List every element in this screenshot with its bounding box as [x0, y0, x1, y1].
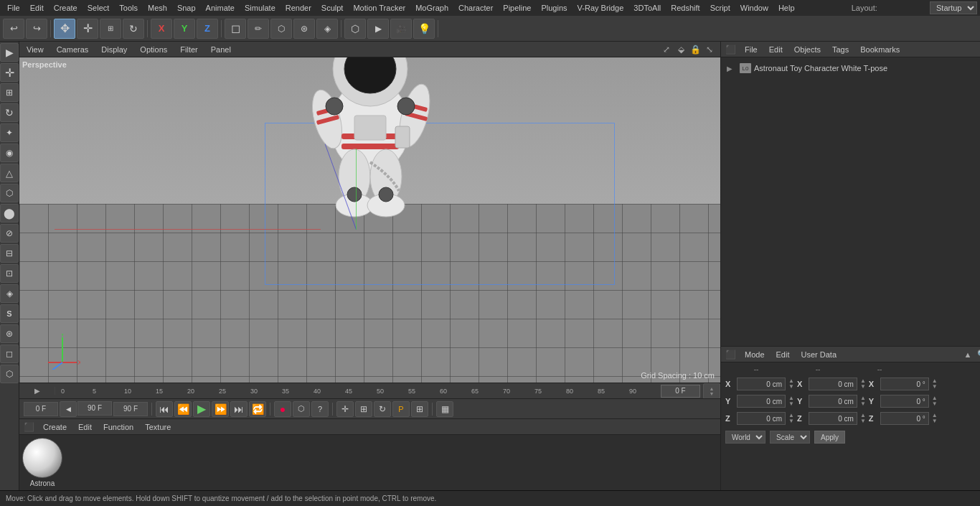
coord-x2-input[interactable] — [809, 378, 857, 390]
sidebar-tool-4[interactable]: ↻ — [0, 103, 19, 122]
menu-mograph[interactable]: MoGraph — [411, 2, 453, 14]
coord-y3-input[interactable] — [880, 395, 929, 408]
vp-menu-panel[interactable]: Panel — [208, 44, 234, 55]
vp-icon-lock[interactable]: 🔒 — [689, 43, 702, 56]
render-region-button[interactable]: ▦ — [436, 401, 453, 417]
sidebar-tool-9[interactable]: ⬤ — [0, 204, 19, 222]
live-select-button[interactable]: ◈ — [316, 19, 338, 39]
coord-x1-arrows[interactable]: ▲▼ — [788, 378, 794, 390]
sidebar-tool-3[interactable]: ⊞ — [0, 83, 19, 102]
world-dropdown[interactable]: World — [725, 431, 765, 444]
coord-z1-arrows[interactable]: ▲▼ — [788, 413, 794, 424]
vp-menu-view[interactable]: View — [24, 44, 47, 55]
vp-icon-grid[interactable]: ⬙ — [674, 43, 687, 56]
sidebar-tool-12[interactable]: ⊡ — [0, 264, 19, 283]
vp-icon-arrows[interactable]: ⤢ — [660, 43, 673, 56]
move-tool-button[interactable]: ✛ — [77, 19, 98, 39]
polygon-mode-button[interactable]: ⊛ — [293, 19, 315, 39]
scale-dropdown[interactable]: Scale — [770, 431, 810, 444]
scale-key-button[interactable]: ⊞ — [355, 401, 372, 417]
coord-z1-input[interactable] — [737, 412, 786, 425]
vp-menu-cameras[interactable]: Cameras — [54, 44, 92, 55]
camera-button[interactable]: 🎥 — [390, 19, 412, 39]
grid-key-button[interactable]: ⊞ — [411, 401, 428, 417]
coord-y1-arrows[interactable]: ▲▼ — [788, 395, 794, 407]
object-mode-button[interactable]: ◻ — [225, 19, 246, 39]
menu-character[interactable]: Character — [454, 2, 497, 14]
translate-key-button[interactable]: ✛ — [336, 401, 354, 417]
jump-to-start-button[interactable]: ⏮ — [156, 401, 173, 417]
sidebar-tool-17[interactable]: ⬡ — [0, 365, 19, 383]
sidebar-tool-7[interactable]: △ — [0, 164, 19, 182]
vp-menu-options[interactable]: Options — [137, 44, 170, 55]
menu-tools[interactable]: Tools — [115, 2, 142, 14]
sidebar-tool-2[interactable]: ✛ — [0, 63, 19, 82]
material-item-astrona[interactable]: Astrona — [22, 438, 62, 487]
timeline-frame-up-down[interactable]: ▲▼ — [703, 383, 720, 399]
attributes-menu-edit[interactable]: Edit — [773, 349, 793, 360]
menu-select[interactable]: Select — [83, 2, 114, 14]
loop-button[interactable]: 🔁 — [249, 401, 266, 417]
apply-button[interactable]: Apply — [814, 431, 845, 444]
material-menu-create[interactable]: Create — [40, 421, 70, 433]
menu-help[interactable]: Help — [774, 2, 799, 14]
coord-x3-arrows[interactable]: ▲▼ — [932, 378, 938, 390]
menu-window[interactable]: Window — [736, 2, 773, 14]
menu-create[interactable]: Create — [50, 2, 82, 14]
timeline-ruler[interactable]: 0 5 10 15 20 25 30 35 40 45 50 55 60 65 … — [55, 383, 661, 398]
undo-button[interactable]: ↩ — [3, 19, 24, 39]
light-button[interactable]: 💡 — [413, 19, 435, 39]
menu-script[interactable]: Script — [706, 2, 735, 14]
3d-viewport[interactable]: Perspective Grid Spacing : 10 cm — [19, 57, 720, 383]
menu-render[interactable]: Render — [281, 2, 316, 14]
menu-simulate[interactable]: Simulate — [240, 2, 280, 14]
sidebar-tool-16[interactable]: ◻ — [0, 345, 19, 363]
redo-button[interactable]: ↪ — [26, 19, 47, 39]
vp-menu-filter[interactable]: Filter — [177, 44, 200, 55]
menu-redshift[interactable]: Redshift — [666, 2, 704, 14]
param-key-button[interactable]: P — [392, 401, 410, 417]
frame-start-input[interactable] — [24, 402, 58, 416]
play-button[interactable]: ▶ — [193, 401, 210, 417]
coord-y3-arrows[interactable]: ▲▼ — [932, 395, 938, 407]
sidebar-tool-8[interactable]: ⬡ — [0, 184, 19, 202]
layout-selector[interactable]: Startup — [930, 1, 977, 14]
point-mode-button[interactable]: ✏ — [248, 19, 269, 39]
frame-start-arrows[interactable]: ◀ — [60, 401, 112, 417]
coord-z2-input[interactable] — [809, 412, 857, 425]
timeline[interactable]: ▶ 0 5 10 15 20 25 30 35 40 45 50 55 60 6… — [19, 383, 720, 398]
menu-snap[interactable]: Snap — [173, 2, 200, 14]
menu-pipeline[interactable]: Pipeline — [499, 2, 535, 14]
sidebar-tool-6[interactable]: ◉ — [0, 144, 19, 162]
sidebar-tool-14[interactable]: S — [0, 304, 19, 323]
axis-x-button[interactable]: X — [151, 19, 172, 39]
sidebar-tool-10[interactable]: ⊘ — [0, 224, 19, 243]
step-forward-button[interactable]: ⏩ — [212, 401, 229, 417]
select-tool-button[interactable]: ✥ — [54, 19, 75, 39]
record-button[interactable]: ● — [274, 401, 291, 417]
axis-z-button[interactable]: Z — [197, 19, 218, 39]
object-expand-icon[interactable]: ▶ — [727, 65, 737, 72]
scale-tool-button[interactable]: ⊞ — [100, 19, 121, 39]
sidebar-tool-1[interactable]: ▶ — [0, 43, 19, 62]
coord-y1-input[interactable] — [737, 395, 786, 408]
coord-z2-arrows[interactable]: ▲▼ — [860, 413, 866, 424]
motion-path-button[interactable]: ⬡ — [293, 401, 310, 417]
edge-mode-button[interactable]: ⬡ — [270, 19, 292, 39]
frame-start-arrow-left[interactable]: ◀ — [60, 401, 77, 417]
sidebar-tool-15[interactable]: ⊛ — [0, 324, 19, 343]
attributes-menu-mode[interactable]: Mode — [742, 349, 768, 360]
objects-menu-edit[interactable]: Edit — [766, 44, 786, 55]
auto-key-button[interactable]: ? — [311, 401, 329, 417]
menu-mesh[interactable]: Mesh — [143, 2, 171, 14]
vp-menu-display[interactable]: Display — [98, 44, 130, 55]
objects-menu-bookmarks[interactable]: Bookmarks — [857, 44, 903, 55]
sidebar-tool-13[interactable]: ◈ — [0, 284, 19, 303]
objects-menu-objects[interactable]: Objects — [791, 44, 824, 55]
objects-menu-tags[interactable]: Tags — [829, 44, 852, 55]
menu-motion-tracker[interactable]: Motion Tracker — [349, 2, 410, 14]
material-menu-edit[interactable]: Edit — [75, 421, 95, 433]
coord-x3-input[interactable] — [880, 378, 929, 390]
sidebar-tool-11[interactable]: ⊟ — [0, 244, 19, 263]
material-thumbnail[interactable] — [22, 438, 62, 478]
